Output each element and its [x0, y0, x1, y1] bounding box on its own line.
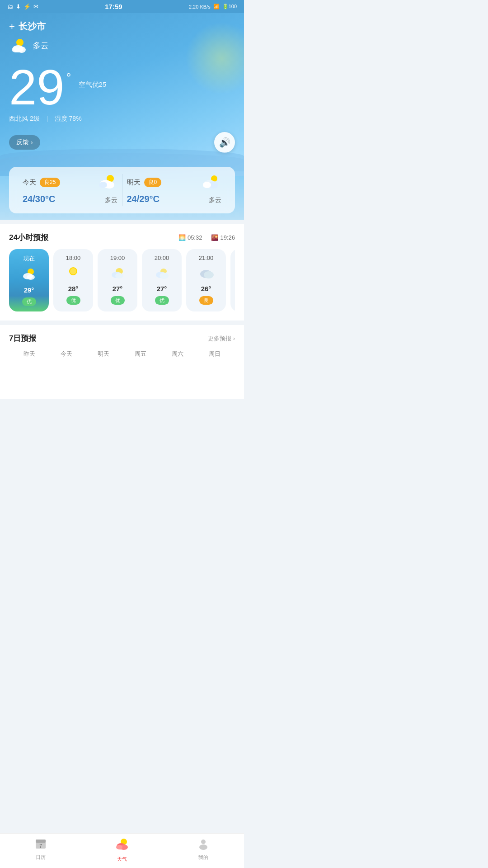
spacer [0, 363, 244, 399]
today-tomorrow-card: 今天 良25 24/30°C 多云 明天 [9, 167, 235, 213]
feedback-button[interactable]: 反馈 › [9, 135, 40, 150]
status-right-info: 2.20 KB/s 📶 🔋100 [189, 4, 237, 9]
today-label: 今天 [23, 178, 36, 187]
hourly-item-2: 19:00 27° 优 [98, 249, 137, 311]
svg-point-14 [27, 274, 35, 280]
feedback-arrow: › [31, 139, 33, 146]
day-col-2: 明天 [85, 350, 122, 358]
add-city-button[interactable]: + [9, 21, 15, 33]
sunset-time: 19:26 [220, 234, 235, 241]
seven-day-section: 7日预报 更多预报 › 昨天 今天 明天 周五 周六 周日 [0, 325, 244, 363]
icon-mail: ✉ [33, 3, 38, 10]
wind-info: 西北风 2级 [9, 115, 40, 123]
hourly-temp-2: 27° [113, 285, 123, 292]
status-bar: 🗂 ⬇ ⚡ ✉ 17:59 2.20 KB/s 📶 🔋100 [0, 0, 244, 13]
hourly-temp-0: 29° [24, 286, 34, 294]
day-col-3: 周五 [122, 350, 159, 358]
hourly-temp-4: 26° [201, 285, 211, 292]
weather-icon-main [9, 36, 28, 55]
days-row: 昨天 今天 明天 周五 周六 周日 [9, 350, 235, 358]
sunrise-icon: 🌅 [178, 234, 186, 241]
hourly-label-1: 18:00 [66, 255, 81, 261]
tomorrow-weather-icon [200, 174, 221, 190]
hourly-item-3: 20:00 27° 优 [142, 249, 182, 311]
svg-point-22 [160, 273, 169, 279]
hourly-icon-3 [154, 265, 170, 281]
sunrise-time: 05:32 [188, 234, 202, 241]
wifi-icon: 📶 [213, 4, 220, 9]
temperature-value: 29 [9, 62, 64, 112]
air-quality-label: 空气优25 [79, 80, 107, 89]
tomorrow-label-row: 明天 良0 [127, 174, 222, 190]
hourly-icon-2 [109, 265, 126, 281]
tomorrow-temp-range: 24/29°C [127, 194, 160, 204]
hourly-label-0: 现在 [23, 255, 35, 263]
weather-desc-row: 多云 [9, 36, 235, 55]
day-col-0: 昨天 [11, 350, 48, 358]
sun-info: 🌅 05:32 🌇 19:26 [178, 234, 235, 241]
hourly-section: 24小时预报 🌅 05:32 🌇 19:26 现在 [0, 224, 244, 321]
today-label-row: 今天 良25 [23, 174, 117, 190]
hourly-item-1: 18:00 28° 优 [53, 249, 93, 311]
svg-point-11 [203, 182, 211, 188]
divider [47, 116, 47, 122]
temperature-row: 29 ° 空气优25 [9, 62, 235, 112]
hourly-label-3: 20:00 [155, 255, 169, 261]
icon-file: 🗂 [7, 3, 13, 10]
svg-point-24 [204, 271, 214, 278]
more-forecast-link[interactable]: 更多预报 › [208, 335, 235, 343]
day-col-5: 周日 [196, 350, 233, 358]
hourly-icon-4 [198, 265, 214, 281]
hourly-temp-1: 28° [68, 285, 79, 292]
sound-button[interactable]: 🔊 [214, 132, 235, 153]
hero-section: + 长沙市 多云 29 ° 空气优25 西北风 2级 湿度 78% 反 [0, 13, 244, 176]
day-col-4: 周六 [159, 350, 196, 358]
seven-day-title: 7日预报 [9, 333, 36, 344]
svg-point-0 [16, 39, 23, 46]
temperature-unit: ° [66, 71, 71, 85]
today-aqi: 良25 [40, 178, 60, 187]
svg-point-19 [115, 273, 123, 278]
sunset-icon: 🌇 [211, 234, 218, 241]
weather-description: 多云 [33, 40, 49, 51]
icon-usb: ⚡ [23, 3, 31, 10]
sound-icon: 🔊 [219, 137, 230, 148]
hourly-aqi-4: 良 [199, 296, 213, 305]
hourly-icon-0 [21, 266, 37, 283]
hourly-scroll[interactable]: 现在 29° 优 18:00 28° 优 [9, 249, 235, 313]
city-name: 长沙市 [19, 20, 46, 33]
status-time: 17:59 [105, 3, 122, 10]
hourly-aqi-2: 优 [111, 296, 125, 305]
hourly-label-2: 19:00 [110, 255, 125, 261]
svg-point-16 [70, 268, 76, 274]
hourly-item-4: 21:00 26° 良 [186, 249, 226, 311]
hourly-item-5: 22:00 25° 优 [230, 249, 235, 311]
tomorrow-aqi: 良0 [144, 178, 162, 187]
city-row: + 长沙市 [9, 20, 235, 33]
forecast-header: 7日预报 更多预报 › [9, 333, 235, 344]
svg-point-7 [99, 182, 107, 188]
feedback-label: 反馈 [16, 138, 29, 146]
tomorrow-state: 多云 [209, 196, 221, 204]
wind-humidity-row: 西北风 2级 湿度 78% [9, 115, 235, 123]
hourly-item-current: 现在 29° 优 [9, 249, 49, 311]
hourly-icon-1 [65, 265, 81, 281]
today-state: 多云 [105, 196, 117, 204]
battery-icon: 🔋100 [222, 4, 237, 9]
hourly-header: 24小时预报 🌅 05:32 🌇 19:26 [9, 232, 235, 243]
data-speed: 2.20 KB/s [189, 4, 211, 9]
day-col-1: 今天 [48, 350, 85, 358]
hourly-aqi-3: 优 [155, 296, 169, 305]
today-section: 今天 良25 24/30°C 多云 [18, 174, 122, 206]
sunset-item: 🌇 19:26 [211, 234, 235, 241]
today-temp-range: 24/30°C [23, 194, 56, 204]
hourly-aqi-1: 优 [66, 296, 80, 305]
icon-download: ⬇ [16, 3, 21, 10]
tomorrow-section: 明天 良0 24/29°C 多云 [122, 174, 226, 206]
tomorrow-label: 明天 [127, 178, 141, 187]
hourly-temp-3: 27° [157, 285, 167, 292]
hourly-aqi-0: 优 [22, 297, 36, 306]
today-weather-icon [96, 174, 117, 190]
hourly-label-4: 21:00 [199, 255, 214, 261]
svg-point-3 [12, 47, 19, 52]
